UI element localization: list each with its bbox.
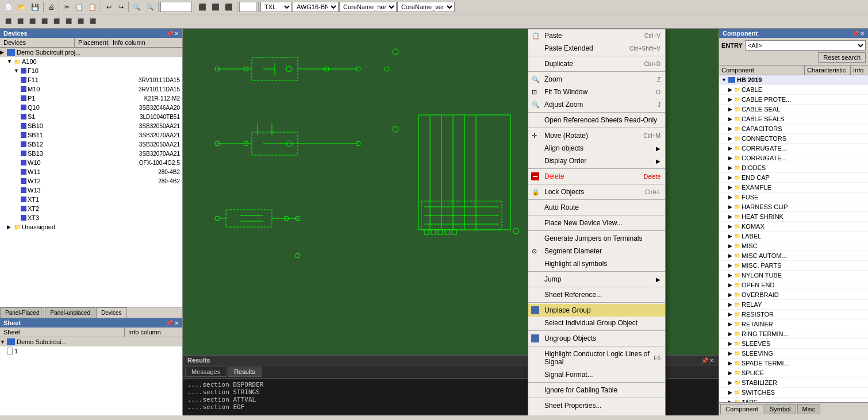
comp-open-end[interactable]: ▶ 📁 OPEN END [719, 280, 868, 290]
ctx-segment-diam[interactable]: ⊙ Segment Diameter [528, 245, 665, 257]
tree-row-q10[interactable]: Q10 3SB32046AA20 [0, 103, 182, 112]
expand-project[interactable]: ▶ [0, 49, 7, 55]
comp-nylon-tube[interactable]: ▶ 📁 NYLON TUBE [719, 271, 868, 280]
ctx-cabling-table[interactable]: Cabling Table... [528, 412, 665, 415]
comp-resistor[interactable]: ▶ 📁 RESISTOR [719, 310, 868, 319]
tab-panel-placed[interactable]: Panel-Placed [0, 307, 44, 318]
open-btn[interactable]: 📂 [16, 1, 28, 13]
comp-tape[interactable]: ▶ 📁 TAPE [719, 398, 868, 402]
reset-search-btn[interactable]: Reset search [818, 52, 866, 63]
tree-row-sb10[interactable]: SB10 3SB32050AA21 [0, 121, 182, 130]
ctx-signal-format[interactable]: Signal Format... [528, 368, 665, 381]
sheet-close-btn[interactable]: ✕ [174, 320, 179, 326]
tb2-btn2[interactable]: ⬛ [14, 16, 26, 27]
tab-misc[interactable]: Misc [797, 404, 821, 414]
comp-komax[interactable]: ▶ 📁 KOMAX [719, 222, 868, 232]
tree-row-a100[interactable]: ▼ 📁 A100 [0, 57, 182, 66]
ctx-adjust-zoom[interactable]: 🔍 Adjust Zoom J [528, 98, 665, 111]
copy-btn[interactable]: 📋 [73, 1, 86, 13]
ctx-jump[interactable]: Jump ▶ [528, 273, 665, 286]
ctx-unplace-group[interactable]: Unplace Group [528, 304, 665, 317]
tree-row-sb11[interactable]: SB11 3SB32070AA21 [0, 130, 182, 140]
comp-end-cap[interactable]: ▶ 📁 END CAP [719, 173, 868, 183]
ctx-place-new[interactable]: Place New Device View... [528, 217, 665, 229]
tree-row-w10[interactable]: W10 OFX-100-4G2.5 [0, 158, 182, 167]
tree-row-project[interactable]: ▶ Demo Subcircuit proj... [0, 48, 182, 57]
hb-root[interactable]: ▼ HB 2019 [719, 75, 868, 85]
comp-fuse[interactable]: ▶ 📁 FUSE [719, 192, 868, 202]
tree-row-sb12[interactable]: SB12 3SB32050AA21 [0, 140, 182, 149]
tree-row-w12[interactable]: W12 280-4B2 [0, 176, 182, 186]
tb2-btn1[interactable]: ⬛ [2, 16, 14, 27]
tree-row-s1[interactable]: S1 3LD10040TB51 [0, 112, 182, 121]
component-pin-btn[interactable]: 📌 [852, 30, 859, 37]
ctx-select-individual[interactable]: Select Individual Group Object [528, 317, 665, 329]
tree-row-xt3[interactable]: XT3 [0, 213, 182, 222]
comp-heat-shrink[interactable]: ▶ 📁 HEAT SHRINK [719, 212, 868, 222]
tree-row-unassigned[interactable]: ▶ 📁 Unassigned [0, 222, 182, 232]
comp-splice[interactable]: ▶ 📁 SPLICE [719, 368, 868, 378]
diameter-input[interactable]: 0.0039 [160, 2, 192, 12]
comp-corrugate2[interactable]: ▶ 📁 CORRUGATE... [719, 153, 868, 163]
comp-cable[interactable]: ▶ 📁 CABLE [719, 85, 868, 95]
tb-btn1[interactable]: ⬛ [196, 1, 209, 13]
comp-sleeves[interactable]: ▶ 📁 SLEEVES [719, 339, 868, 349]
new-btn[interactable]: 📄 [2, 1, 15, 13]
tree-row-m10[interactable]: M10 3RV10111DA15 [0, 84, 182, 94]
results-pin-btn[interactable]: 📌 [701, 357, 708, 364]
component-close-btn[interactable]: ✕ [860, 30, 865, 37]
ctx-delete[interactable]: Delete Delete [528, 170, 665, 183]
devices-close-btn[interactable]: ✕ [174, 30, 179, 37]
tree-row-w13[interactable]: W13 [0, 186, 182, 195]
ctx-sheet-ref[interactable]: Sheet Reference... [528, 288, 665, 301]
comp-corrugate1[interactable]: ▶ 📁 CORRUGATE... [719, 144, 868, 153]
entry-select[interactable]: <All> [745, 40, 866, 51]
tb-btn2[interactable]: ⬛ [209, 1, 222, 13]
paste-btn[interactable]: 📋 [86, 1, 99, 13]
tb2-btn5[interactable]: ⬛ [51, 16, 62, 27]
ctx-highlight-symbols[interactable]: Highlight all symbols [528, 257, 665, 270]
tree-row-xt2[interactable]: XT2 [0, 204, 182, 213]
expand-unassigned[interactable]: ▶ [7, 224, 14, 230]
ctx-highlight-conductor[interactable]: Highlight Conductor Logic Lines of Signa… [528, 348, 665, 368]
zoom-out-btn[interactable]: 🔍 [144, 1, 156, 13]
ctx-ignore-cabling[interactable]: Ignore for Cabling Table [528, 384, 665, 396]
comp-example[interactable]: ▶ 📁 EXAMPLE [719, 183, 868, 192]
comp-misc[interactable]: ▶ 📁 MISC [719, 241, 868, 251]
ctx-align[interactable]: Align objects ▶ [528, 142, 665, 155]
ctx-open-ref[interactable]: Open Referenced Sheets Read-Only [528, 114, 665, 126]
ctx-display-order[interactable]: Display Order ▶ [528, 155, 665, 167]
layer4-select[interactable]: CoreName_vert [397, 2, 455, 12]
comp-capacitors[interactable]: ▶ 📁 CAPACITORS [719, 124, 868, 134]
comp-stabilizer[interactable]: ▶ 📁 STABILIZER [719, 378, 868, 388]
comp-relay[interactable]: ▶ 📁 RELAY [719, 300, 868, 310]
save-btn[interactable]: 💾 [29, 1, 41, 13]
comp-misc-parts[interactable]: ▶ 📁 MISC. PARTS [719, 261, 868, 271]
tree-row-xt1[interactable]: XT1 [0, 195, 182, 204]
comp-cable-prote[interactable]: ▶ 📁 CABLE PROTE... [719, 95, 868, 105]
tab-messages[interactable]: Messages [185, 367, 226, 377]
tab-panel-unplaced[interactable]: Panel-unplaced [45, 307, 95, 318]
layer1-select[interactable]: TXL [260, 2, 292, 12]
tab-results[interactable]: Results [228, 367, 262, 377]
ctx-ungroup[interactable]: Ungroup Objects [528, 332, 665, 345]
tree-row-f11[interactable]: F11 3RV10111DA15 [0, 75, 182, 84]
tree-row-w11[interactable]: W11 280-4B2 [0, 167, 182, 176]
tb2-btn4[interactable]: ⬛ [39, 16, 50, 27]
zoom-in-btn[interactable]: 🔍 [130, 1, 143, 13]
comp-overbraid[interactable]: ▶ 📁 OVERBRAID [719, 290, 868, 300]
ctx-duplicate[interactable]: Duplicate Ctrl+D [528, 57, 665, 70]
comp-diodes[interactable]: ▶ 📁 DIODES [719, 163, 868, 173]
ctx-sheet-props[interactable]: Sheet Properties... [528, 399, 665, 412]
ctx-move-rotate[interactable]: ✛ Move (Rotate) Ctrl+M [528, 129, 665, 142]
tab-symbol[interactable]: Symbol [765, 404, 796, 414]
cut-btn[interactable]: ✂ [61, 1, 72, 13]
comp-ring-termin[interactable]: ▶ 📁 RING TERMIN... [719, 329, 868, 339]
comp-switches[interactable]: ▶ 📁 SWITCHES [719, 388, 868, 398]
ctx-zoom[interactable]: 🔍 Zoom Z [528, 73, 665, 86]
sheet-row-project[interactable]: ▼ Demo Subcircui... [0, 337, 182, 346]
tb2-btn6[interactable]: ⬛ [63, 16, 74, 27]
ctx-paste[interactable]: 📋 Paste Ctrl+V [528, 29, 665, 42]
comp-misc-autom[interactable]: ▶ 📁 MISC AUTOM... [719, 251, 868, 261]
expand-f10[interactable]: ▼ [14, 68, 21, 74]
